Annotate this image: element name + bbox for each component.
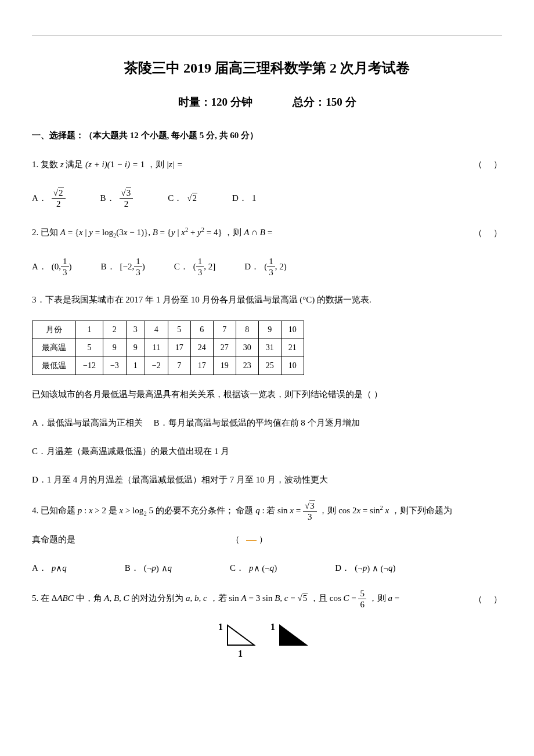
underline-mark-icon <box>246 540 257 541</box>
table-row: 月份 1 2 3 4 5 6 7 8 9 10 <box>33 321 304 339</box>
q3-data-table: 月份 1 2 3 4 5 6 7 8 9 10 最高温 5 9 9 11 17 … <box>32 321 304 375</box>
q2-option-a: A． (0, 13) <box>32 256 72 278</box>
page-title: 茶陵三中 2019 届高三理科数学第 2 次月考试卷 <box>32 59 502 77</box>
q3-option-a: A．最低温与最高温为正相关 <box>32 418 143 427</box>
q4-option-b: B． (¬p) ∧ q <box>125 563 172 574</box>
top-rule <box>32 35 502 35</box>
q2-options: A． (0, 13) B． [−2, 13) C． (13, 2] D． (13… <box>32 256 502 278</box>
question-1: 1. 复数 z 满足 (z + i)(1 − i) = 1 ，则 |z| = （… <box>32 156 502 173</box>
question-3-line2: 已知该城市的各月最低温与最高温具有相关关系，根据该一览表，则下列结论错误的是（ … <box>32 387 502 402</box>
svg-marker-0 <box>228 625 254 645</box>
q2-option-b: B． [−2, 13) <box>101 256 145 278</box>
q3-option-b: B．每月最高温与最低温的平均值在前 8 个月逐月增加 <box>154 418 360 427</box>
triangle-left: 1 1 <box>226 624 255 647</box>
question-5: 5. 在 ΔABC 中，角 A, B, C 的对边分别为 a, b, c ，若 … <box>32 588 502 610</box>
table-row: 最高温 5 9 9 11 17 24 27 30 31 21 <box>33 339 304 357</box>
triangle-icon <box>226 624 255 647</box>
q1-option-c: C． √2 <box>168 193 197 204</box>
q2-option-d: D． (13, 2) <box>244 256 286 278</box>
question-3-line1: 3．下表是我国某城市在 2017 年 1 月份至 10 月份各月最低温与最高温 … <box>32 292 502 308</box>
q4-option-a: A． p ∧ q <box>32 563 67 574</box>
section-header: 一、选择题：（本大题共 12 个小题, 每小题 5 分, 共 60 分） <box>32 130 502 141</box>
q3-option-row: A．最低温与最高温为正相关 B．每月最高温与最低温的平均值在前 8 个月逐月增加 <box>32 415 502 431</box>
q4-option-d: D． (¬p) ∧ (¬q) <box>335 563 395 574</box>
q1-option-a: A． √22 <box>32 188 66 209</box>
question-2: 2. 已知 A = {x | y = log2(3x − 1)}, B = {y… <box>32 224 502 242</box>
score-label: 总分：150 分 <box>293 96 356 108</box>
triangle-icon <box>279 624 308 647</box>
triangle-right: 1 <box>279 624 308 647</box>
table-row: 最低温 −12 −3 1 −2 7 17 19 23 25 10 <box>33 357 304 375</box>
answer-paren: （ ） <box>474 224 502 242</box>
q3-option-c: C．月温差（最高温减最低温）的最大值出现在 1 月 <box>32 444 502 459</box>
q3-option-d: D．1 月至 4 月的月温差（最高温减最低温）相对于 7 月至 10 月，波动性… <box>32 472 502 488</box>
q1-option-b: B． √32 <box>100 188 134 209</box>
time-label: 时量：120 分钟 <box>178 96 252 108</box>
question-4: 4. 已知命题 p : x > 2 是 x > log2 5 的必要不充分条件；… <box>32 501 502 522</box>
q4-options: A． p ∧ q B． (¬p) ∧ q C． p ∧ (¬q) D． (¬p)… <box>32 563 502 574</box>
question-4-line2: 真命题的是 （ ） <box>32 531 502 548</box>
q4-option-c: C． p ∧ (¬q) <box>230 563 277 574</box>
triangle-figures: 1 1 1 <box>32 624 502 647</box>
q1-option-d: D． 1 <box>232 193 256 204</box>
answer-paren: （ ） <box>474 156 502 173</box>
answer-paren: （ ） <box>474 591 502 608</box>
q2-option-c: C． (13, 2] <box>174 256 216 278</box>
q1-options: A． √22 B． √32 C． √2 D． 1 <box>32 188 502 209</box>
page-subtitle: 时量：120 分钟 总分：150 分 <box>32 95 502 110</box>
svg-marker-1 <box>280 625 306 645</box>
